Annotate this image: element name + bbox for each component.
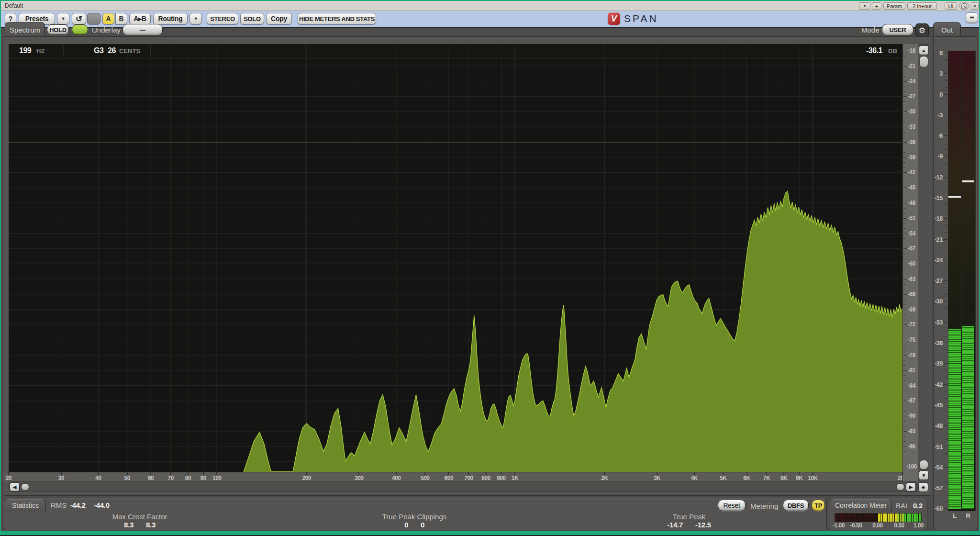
correlation-scale: -1.00 -0.50 0.00 0.50 1.00	[835, 522, 921, 529]
routing-dropdown-button[interactable]: ▼	[189, 13, 202, 24]
tab-spectrum[interactable]: Spectrum	[5, 22, 45, 37]
triangle-right-icon: ▶	[909, 484, 913, 490]
close-button[interactable]: ✕	[971, 2, 979, 10]
peak-hold-tick-l	[948, 196, 961, 198]
db-tick	[903, 213, 905, 213]
hold-button[interactable]: HOLD	[47, 24, 69, 35]
solo-button[interactable]: SOLO	[240, 13, 264, 24]
db-tick	[903, 396, 905, 396]
db-tick-label: -21	[905, 63, 918, 69]
horizontal-scroll-thumb-left[interactable]	[21, 483, 29, 491]
db-tick	[903, 132, 905, 133]
dbfs-button[interactable]: DBFS	[783, 500, 809, 511]
meter-tick	[945, 101, 947, 101]
knob-icon[interactable]	[959, 2, 969, 10]
db-tick	[903, 289, 905, 290]
param-button[interactable]: Param	[883, 2, 905, 10]
db-tick-label: -93	[905, 428, 918, 435]
presets-dropdown-button[interactable]: ▼	[57, 13, 69, 24]
stat-group-max-crest-factor: Max Crest Factor 8.38.3	[78, 513, 202, 529]
correlation-segment	[866, 514, 868, 522]
ab-compare-a-button[interactable]: A	[102, 13, 114, 24]
a-to-b-copy-button[interactable]: A▸B	[129, 13, 151, 24]
cursor-cents-unit: CENTS	[119, 47, 140, 55]
menu-button[interactable]: ≡	[966, 12, 978, 23]
io-config-button[interactable]: 2 in+out	[907, 2, 937, 10]
meter-scale-label: -24	[930, 257, 943, 264]
scroll-right-button[interactable]: ▶	[906, 482, 916, 491]
db-tick	[903, 462, 907, 462]
correlation-segment	[847, 514, 849, 522]
db-tick-label: -57	[905, 245, 918, 252]
vertical-scrollbar[interactable]: ▲ ▼	[918, 44, 929, 481]
db-tick	[903, 76, 905, 77]
spectrum-enable-led[interactable]	[72, 24, 88, 35]
meter-scale-label: -27	[930, 277, 943, 284]
metering-label: Metering	[750, 502, 778, 510]
db-tick-label: -36	[905, 139, 918, 145]
meter-tick	[945, 336, 947, 336]
corner-resize-button[interactable]: ◆	[918, 482, 928, 492]
freq-tick-label: 1K	[507, 475, 523, 481]
ui-button[interactable]: UI	[945, 2, 957, 10]
stat-group-true-peak-clippings: True Peak Clippings 00	[352, 513, 477, 529]
correlation-segment	[902, 514, 904, 522]
db-tick	[903, 335, 905, 335]
vertical-scroll-thumb-top[interactable]	[919, 56, 928, 67]
titlebar[interactable]: Default ▼ + Param 2 in+out UI ✕	[1, 1, 979, 11]
meter-scale-label: -33	[930, 319, 943, 326]
db-tick-label: -60	[905, 260, 918, 267]
meter-tick	[945, 412, 947, 412]
scroll-down-button[interactable]: ▼	[919, 470, 929, 480]
meter-scale-label: -39	[930, 360, 943, 367]
tp-button[interactable]: TP	[812, 500, 825, 511]
triangle-left-icon: ◀	[13, 484, 17, 490]
meter-tick	[945, 80, 947, 81]
meter-scale-label: -54	[930, 464, 943, 471]
db-tick-label: -75	[905, 336, 918, 343]
freq-tick-label: 70	[163, 475, 178, 481]
peak-hold-tick-r	[962, 180, 974, 182]
redo-button[interactable]	[87, 13, 100, 24]
mode-settings-button[interactable]: ⚙	[915, 23, 929, 37]
tab-statistics[interactable]: Statistics	[5, 499, 46, 512]
db-tick	[903, 360, 905, 361]
ab-compare-b-button[interactable]: B	[115, 13, 127, 24]
chevron-down-icon: ▼	[863, 4, 867, 8]
preset-dropdown-button[interactable]: ▼	[859, 2, 870, 10]
meter-scale-label: -57	[930, 484, 943, 491]
mode-select[interactable]: USER	[882, 24, 913, 35]
db-tick	[903, 274, 905, 274]
reset-button[interactable]: Reset	[718, 500, 746, 511]
vertical-scroll-thumb-bottom[interactable]	[919, 460, 928, 469]
bal-label: BAL	[896, 502, 909, 510]
scroll-up-button[interactable]: ▲	[919, 45, 929, 55]
correlation-segment	[869, 514, 870, 522]
add-preset-button[interactable]: +	[872, 2, 881, 10]
tab-correlation-meter[interactable]: Correlation Meter	[830, 499, 892, 512]
freq-tick-label: 700	[461, 475, 476, 481]
undo-icon: ↺	[76, 14, 82, 24]
freq-tick-label: 2K	[597, 475, 612, 481]
triangle-up-icon: ▲	[922, 48, 926, 53]
meter-tick	[945, 439, 947, 440]
undo-button[interactable]: ↺	[72, 13, 86, 24]
spectrum-plot[interactable]	[9, 44, 902, 472]
correlation-segment	[861, 514, 863, 522]
hide-meters-button[interactable]: HIDE METERS AND STATS	[298, 13, 376, 24]
voxengo-logo-icon: V	[608, 12, 620, 25]
db-tick	[903, 162, 905, 163]
underlay-select[interactable]: ---	[122, 24, 163, 35]
routing-button[interactable]: Routing	[153, 13, 188, 24]
horizontal-scrollbar[interactable]: ◀ ▶	[9, 481, 917, 492]
meter-tick	[944, 218, 947, 219]
copy-button[interactable]: Copy	[266, 13, 292, 24]
meter-tick	[945, 149, 947, 150]
meter-tick	[944, 322, 947, 323]
tab-out[interactable]: Out	[933, 22, 961, 37]
stereo-button[interactable]: STEREO	[207, 13, 238, 24]
scroll-left-button[interactable]: ◀	[10, 482, 20, 491]
horizontal-scroll-thumb-right[interactable]	[896, 483, 904, 491]
db-tick	[903, 451, 905, 452]
meter-tick	[944, 280, 947, 281]
